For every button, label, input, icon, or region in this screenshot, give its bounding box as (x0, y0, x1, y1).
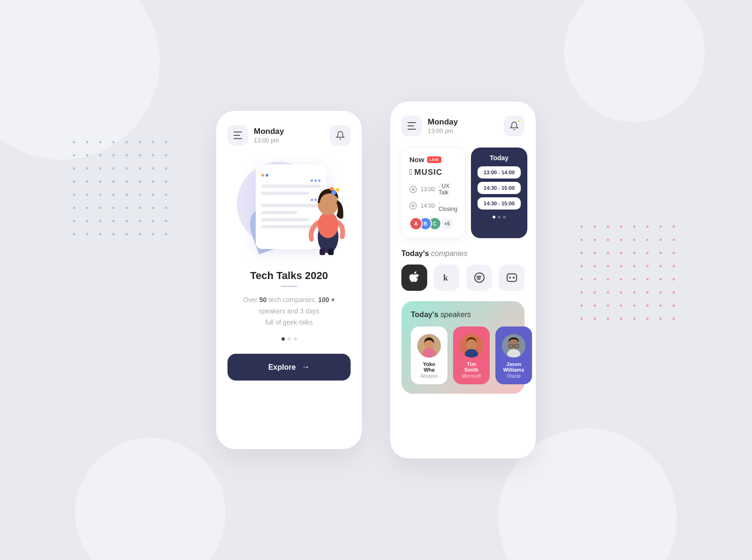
svg-rect-10 (507, 274, 517, 281)
speaker-company-tim: Microsoft (462, 373, 481, 379)
td-3 (503, 216, 506, 218)
speaker-company-yoko: Amazon (421, 373, 438, 379)
session-name-1: · UX Talk (439, 183, 457, 196)
speaker-name-jason: Jason Williams (502, 361, 525, 373)
phone2-time: 13:00 pm (428, 127, 504, 134)
phone-1: Monday 13:00 pm (216, 111, 362, 449)
event-description: Over 50 tech companies, 100 + speakers a… (227, 295, 351, 328)
speaker-yoko[interactable]: Yoko Wha Amazon (411, 327, 447, 384)
today-label: Today (490, 154, 509, 162)
phone2-header: Monday 13:00 pm (401, 116, 525, 136)
music-text: MUSIC (415, 168, 443, 177)
menu-button-2[interactable] (401, 116, 422, 136)
menu-line-3 (234, 138, 242, 139)
menu-button-1[interactable] (227, 125, 248, 146)
session-name-2: · Closing (439, 199, 457, 212)
menu-line-5 (407, 125, 414, 126)
company-discord[interactable] (499, 264, 525, 291)
svg-point-12 (513, 277, 515, 279)
phone2-day: Monday (428, 117, 504, 127)
notification-dot (517, 119, 521, 123)
speaker-jason[interactable]: Jason Williams Oracle (495, 327, 532, 384)
svg-point-7 (330, 187, 334, 191)
pagination-dots-1 (227, 337, 351, 341)
speaker-avatar-tim (460, 334, 483, 358)
td-1 (493, 216, 495, 218)
bg-decoration-1 (0, 0, 160, 160)
companies-section-title: Today's companies (401, 249, 525, 258)
dot-orange (261, 174, 264, 177)
companies-row: k (401, 264, 525, 291)
menu-line-1 (234, 132, 242, 132)
today-pagination-dots (493, 216, 506, 218)
svg-point-6 (336, 188, 339, 192)
phone1-title-area: Monday 13:00 pm (254, 127, 330, 144)
person-illustration (305, 162, 347, 256)
svg-point-11 (509, 277, 511, 279)
company-spotify[interactable] (466, 264, 492, 291)
doc-line-2 (261, 192, 309, 195)
dot-grid-right: for(let i=0;i<64;i++) document.write('<d… (580, 226, 679, 324)
speakers-row: Yoko Wha Amazon (411, 327, 515, 384)
svg-rect-2 (328, 249, 334, 255)
cards-row: Now LIVE  MUSIC 13:00 · UX Talk 14:00 ·… (401, 148, 525, 238)
doc-line-4 (261, 211, 297, 214)
pd-1 (282, 337, 285, 341)
time-slot-2[interactable]: 14:30 - 15:00 (478, 182, 521, 194)
time-slot-3[interactable]: 14:30 - 15:00 (478, 197, 521, 210)
arrow-icon: → (301, 362, 310, 372)
phone-2: Monday 13:00 pm Now LIVE  (390, 101, 536, 459)
notification-button-1[interactable] (330, 125, 351, 146)
phones-container: Monday 13:00 pm (216, 101, 536, 459)
speaker-avatar-jason (502, 334, 525, 358)
menu-line-2 (234, 135, 240, 136)
speaker-company-jason: Oracle (507, 373, 520, 379)
session-1: 13:00 · UX Talk (409, 183, 457, 196)
phone1-time: 13:00 pm (254, 137, 330, 144)
time-slot-1[interactable]: 13:00 - 14:00 (478, 166, 521, 179)
svg-rect-1 (320, 249, 325, 255)
bg-decoration-2 (75, 438, 226, 560)
speaker-name-yoko: Yoko Wha (417, 361, 441, 373)
speakers-label-light: speakers (440, 311, 471, 319)
speakers-count: 100 + (318, 296, 335, 303)
explore-button[interactable]: Explore → (227, 354, 351, 381)
session-time-1: 13:00 (421, 186, 435, 193)
speakers-card: Today's speakers (401, 301, 525, 394)
company-apple[interactable] (401, 264, 427, 291)
avatar-row: A B C +5 (409, 217, 457, 230)
pd-3 (294, 337, 297, 341)
now-label-row: Now LIVE (409, 156, 457, 163)
apple-icon:  (409, 167, 413, 177)
companies-count: 50 (259, 296, 267, 303)
menu-line-4 (407, 122, 416, 123)
bell-icon-1 (336, 131, 345, 140)
speaker-avatar-yoko (417, 334, 441, 358)
live-badge: LIVE (427, 156, 441, 163)
explore-label: Explore (268, 363, 296, 372)
svg-point-3 (318, 212, 338, 238)
speaker-name-tim: Tim Smith (460, 361, 483, 373)
menu-line-6 (407, 129, 416, 130)
td-2 (498, 216, 501, 218)
notification-button-2[interactable] (504, 116, 525, 136)
companies-label-bold: Today's (401, 249, 431, 257)
session-time-2: 14:00 (421, 202, 435, 209)
speakers-label-bold: Today's (411, 311, 440, 319)
companies-label-light: companies (431, 249, 467, 257)
bg-decoration-4 (564, 0, 705, 122)
avatar-more: +5 (440, 217, 454, 230)
session-2: 14:00 · Closing (409, 199, 457, 212)
svg-point-17 (466, 339, 477, 350)
speaker-tim[interactable]: Tim Smith Microsoft (453, 327, 490, 384)
avatar-1: A (409, 217, 423, 230)
phone1-day: Monday (254, 127, 330, 136)
svg-point-5 (331, 190, 336, 195)
company-klout[interactable]: k (434, 264, 460, 291)
now-text: Now (409, 156, 424, 163)
phone2-title-area: Monday 13:00 pm (428, 117, 504, 134)
session-icon-1 (409, 186, 417, 193)
dot-blue (266, 174, 268, 177)
svg-text:k: k (443, 273, 448, 282)
title-divider (281, 286, 298, 287)
